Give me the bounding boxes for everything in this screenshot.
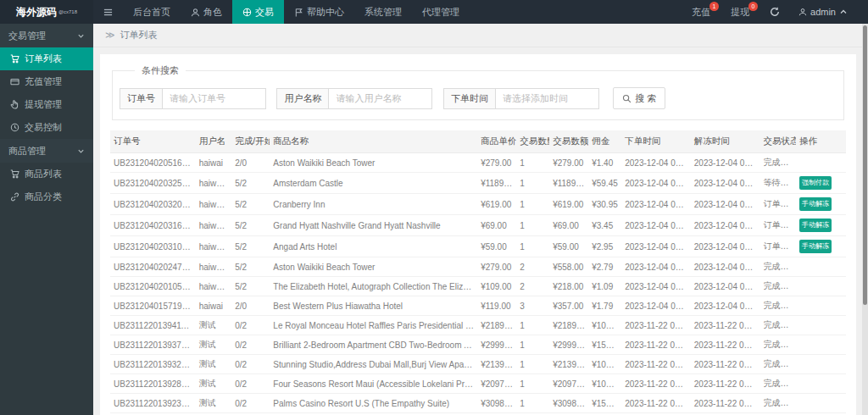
- cell-progress: 0/2: [231, 355, 270, 374]
- topbar-right: 充值 1 提现 0 admin: [682, 0, 868, 24]
- cell-product-name: Best Western Plus Hiawatha Hotel: [270, 296, 477, 316]
- top-menu: 后台首页 角色 交易 帮助中心 系统管理 代理管理: [93, 0, 470, 24]
- top-navbar: 海外源码@cx718 后台首页 角色 交易 帮助中心 系统管理 代理管理 充值: [0, 0, 868, 24]
- cell-username: haiwaiym: [196, 236, 232, 257]
- sidebar-item-recharge[interactable]: 充值管理: [0, 70, 93, 93]
- sidebar-section-trade[interactable]: 交易管理: [0, 24, 93, 47]
- cell-progress: 5/2: [231, 236, 270, 257]
- column-header: 商品名称: [270, 130, 477, 153]
- cell-commission: ¥59.45: [588, 173, 621, 194]
- column-header: 下单时间: [621, 130, 691, 153]
- cell-unfreeze-time: 2023-11-22 01:39:32: [691, 374, 760, 394]
- cell-username: haiwai: [196, 153, 232, 173]
- cell-status: 订单冻结: [760, 215, 796, 236]
- nav-item-system[interactable]: 系统管理: [354, 0, 412, 24]
- cell-commission: ¥1.79: [588, 296, 621, 316]
- table-row: UB2312040203207046 haiwaiym 5/2 Cranberr…: [110, 194, 846, 215]
- cell-order-time: 2023-12-04 01:57:19: [621, 296, 691, 316]
- table-row: UB2311220139231169 测试 0/2 Palms Casino R…: [110, 394, 846, 413]
- order-time-input[interactable]: [496, 88, 599, 109]
- scrollbar-thumb[interactable]: [863, 25, 867, 305]
- cell-status: 完成付款: [760, 153, 796, 173]
- cell-status: 等待付款: [760, 173, 796, 194]
- action-unfreeze-button[interactable]: 手动解冻: [799, 219, 832, 232]
- chevron-down-icon: [77, 147, 85, 155]
- sidebar-section-label: 商品管理: [8, 145, 46, 158]
- cell-amount: ¥357.00: [549, 296, 588, 316]
- vertical-scrollbar[interactable]: [862, 24, 868, 415]
- order-table-body: UB2312040205165520 haiwai 2/0 Aston Waik…: [110, 153, 846, 415]
- cell-quantity: 1: [516, 194, 549, 215]
- nav-item-help[interactable]: 帮助中心: [284, 0, 354, 24]
- table-row: UB2311220139411971 测试 0/2 Le Royal Monce…: [110, 316, 846, 335]
- nav-item-label: 后台首页: [133, 6, 170, 19]
- cell-order-time: 2023-12-04 02:03:16: [621, 215, 691, 236]
- search-button-label: 搜 索: [635, 92, 656, 105]
- cell-commission: ¥2.95: [588, 236, 621, 257]
- cell-progress: 5/2: [231, 173, 270, 194]
- cell-unfreeze-time: 2023-12-04 02:03:25: [691, 173, 760, 194]
- cell-actions: 手动解冻: [796, 215, 846, 236]
- action-unfreeze-button[interactable]: 手动解冻: [799, 197, 832, 211]
- nav-item-home[interactable]: 后台首页: [123, 0, 181, 24]
- cell-order-no: UB2312040202479829: [110, 257, 196, 277]
- cell-product-name: Stunning Studio,Address Dubai Mall,Burj …: [270, 355, 477, 374]
- cell-status: 完成付款: [760, 394, 796, 413]
- cell-quantity: 1: [516, 173, 549, 194]
- cell-product-name: Brilliant 2-Bedroom Apartment CBD Two-Be…: [270, 335, 477, 355]
- order-no-input[interactable]: [163, 88, 266, 109]
- refresh-button[interactable]: [760, 0, 790, 24]
- sidebar-item-withdraw[interactable]: 提现管理: [0, 93, 93, 116]
- sidebar-section-label: 交易管理: [8, 30, 46, 42]
- cell-order-time: 2023-11-22 01:39:41: [621, 316, 691, 335]
- cell-quantity: 2: [516, 277, 549, 296]
- content-card: 条件搜索 订单号 用户名称 下单时间 搜 索: [100, 54, 856, 415]
- cell-amount: ¥218.00: [549, 277, 588, 296]
- recharge-link[interactable]: 充值 1: [682, 0, 721, 24]
- cell-order-time: 2023-12-04 02:05:16: [621, 153, 691, 173]
- nav-item-agent[interactable]: 代理管理: [412, 0, 470, 24]
- sidebar-section-product[interactable]: 商品管理: [0, 139, 93, 163]
- cell-order-time: 2023-11-22 01:39:32: [621, 355, 691, 374]
- sidebar-item-product-list[interactable]: 商品列表: [0, 163, 93, 185]
- cell-unfreeze-time: 2023-12-04 02:01:10: [691, 277, 760, 296]
- username-input[interactable]: [329, 88, 432, 109]
- cell-amount: ¥619.00: [549, 194, 588, 215]
- flag-icon: [294, 8, 303, 17]
- sidebar-item-product-category[interactable]: 商品分类: [0, 185, 93, 208]
- nav-item-trade[interactable]: 交易: [232, 0, 284, 24]
- cell-unit-price: ¥2139.00: [477, 355, 516, 374]
- search-button[interactable]: 搜 索: [613, 87, 665, 109]
- cell-quantity: 3: [516, 296, 549, 316]
- table-row: UB2311220139379307 测试 0/2 Brilliant 2-Be…: [110, 335, 846, 355]
- withdraw-link[interactable]: 提现 0: [721, 0, 760, 24]
- cell-order-no: UB2312040203165287: [110, 215, 196, 236]
- cell-amount: ¥1189.00: [549, 173, 588, 194]
- cell-product-name: Le Royal Monceau Hotel Raffles Paris Pre…: [270, 316, 477, 335]
- action-unfreeze-button[interactable]: 手动解冻: [799, 240, 832, 253]
- cell-quantity: 1: [516, 316, 549, 335]
- cell-quantity: 1: [516, 355, 549, 374]
- sidebar: 交易管理 订单列表 充值管理 提现管理 交易控制 商品管理 商品列表 商品分类: [0, 24, 93, 415]
- username-label: admin: [810, 7, 836, 17]
- user-menu[interactable]: admin: [790, 0, 856, 24]
- cell-username: 测试: [196, 335, 232, 355]
- cell-actions: [796, 374, 846, 394]
- column-header: 解冻时间: [691, 130, 760, 153]
- cell-username: haiwaiym: [196, 277, 232, 296]
- cell-progress: 0/2: [231, 335, 270, 355]
- nav-item-roles[interactable]: 角色: [181, 0, 232, 24]
- action-force-button[interactable]: 强制付款: [799, 176, 832, 190]
- cell-amount: ¥2139.00: [549, 355, 588, 374]
- cell-progress: 0/2: [231, 316, 270, 335]
- cell-commission: ¥109.45: [588, 316, 621, 335]
- sidebar-item-trade-control[interactable]: 交易控制: [0, 116, 93, 139]
- menu-toggle-button[interactable]: [93, 0, 123, 24]
- cell-unit-price: ¥59.00: [477, 236, 516, 257]
- user-icon: [798, 8, 807, 16]
- sidebar-item-order-list[interactable]: 订单列表: [0, 47, 93, 70]
- column-header: 商品单价: [477, 130, 516, 153]
- cell-order-no: UB2311220139231169: [110, 394, 196, 413]
- nav-item-label: 代理管理: [422, 6, 459, 19]
- cell-quantity: 1: [516, 236, 549, 257]
